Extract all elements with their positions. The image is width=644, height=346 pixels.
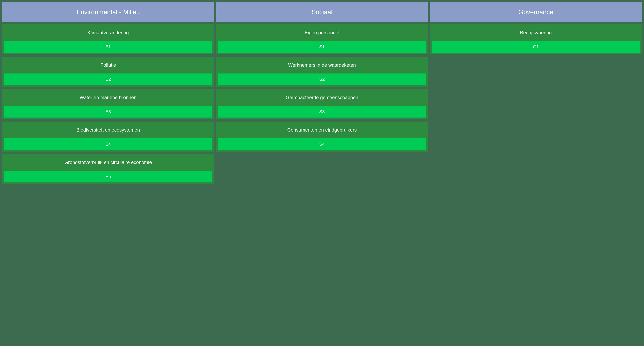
topic-group-e5: Grondstofverbruik en circulaire economie…	[2, 154, 214, 184]
topic-code-e2: E2	[4, 74, 212, 85]
topic-code-e3: E3	[4, 106, 212, 118]
topic-group-e2: PollutieE2	[2, 57, 214, 87]
topic-title-s4: Consumenten en eindgebruikers	[218, 123, 426, 137]
column-governance: GovernanceBedrijfsvoeringG1	[430, 3, 642, 186]
topic-group-s2: Werknemers in de waardeketenS2	[216, 57, 428, 87]
column-environmental: Environmental - MilieuKlimaatverandering…	[2, 3, 214, 186]
topic-group-s4: Consumenten en eindgebruikersS4	[216, 122, 428, 152]
topic-title-s3: Geïmpacteerde gemeenschappen	[218, 91, 426, 104]
page-container: Environmental - MilieuKlimaatverandering…	[0, 0, 644, 189]
topic-code-s1: S1	[218, 41, 426, 53]
topic-code-e4: E4	[4, 138, 212, 150]
topic-title-e5: Grondstofverbruik en circulaire economie	[4, 156, 212, 169]
topic-code-s4: S4	[218, 138, 426, 150]
topic-title-g1: Bedrijfsvoering	[432, 26, 640, 40]
topic-group-e3: Water en mariene bronnenE3	[2, 89, 214, 119]
topic-title-s2: Werknemers in de waardeketen	[218, 58, 426, 72]
topic-title-e2: Pollutie	[4, 58, 212, 72]
topic-code-e1: E1	[4, 41, 212, 53]
column-sociaal: SociaalEigen personeelS1Werknemers in de…	[216, 3, 428, 186]
column-header-governance: Governance	[430, 3, 642, 22]
topic-title-s1: Eigen personeel	[218, 26, 426, 40]
topic-group-e1: KlimaatveranderingE1	[2, 24, 214, 54]
topic-group-s1: Eigen personeelS1	[216, 24, 428, 54]
topic-group-s3: Geïmpacteerde gemeenschappenS3	[216, 89, 428, 119]
topic-group-g1: BedrijfsvoeringG1	[430, 24, 642, 54]
topic-code-e5: E5	[4, 171, 212, 182]
columns-wrapper: Environmental - MilieuKlimaatverandering…	[0, 0, 644, 189]
topic-code-g1: G1	[432, 41, 640, 53]
column-header-sociaal: Sociaal	[216, 3, 428, 22]
topic-title-e3: Water en mariene bronnen	[4, 91, 212, 104]
topic-group-e4: Biodiversiteit en ecosystemenE4	[2, 122, 214, 152]
topic-code-s3: S3	[218, 106, 426, 118]
topic-code-s2: S2	[218, 74, 426, 85]
topic-title-e4: Biodiversiteit en ecosystemen	[4, 123, 212, 137]
topic-title-e1: Klimaatverandering	[4, 26, 212, 40]
column-header-environmental: Environmental - Milieu	[2, 3, 214, 22]
